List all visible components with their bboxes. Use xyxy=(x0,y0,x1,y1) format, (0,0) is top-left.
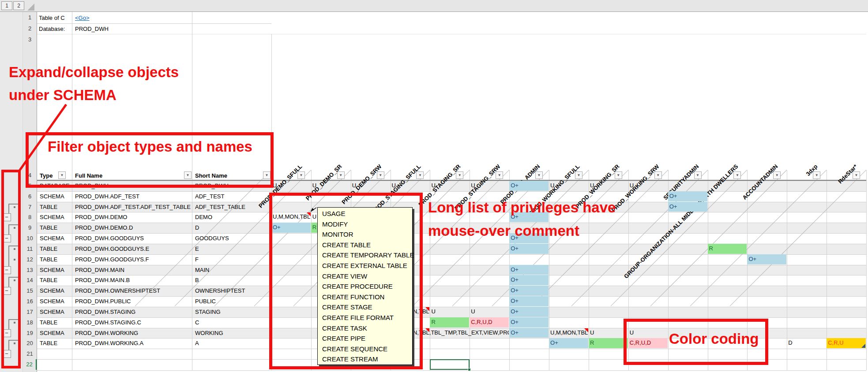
filter-dropdown-col-E[interactable]: ▼ xyxy=(337,171,345,179)
row-header-11[interactable]: 11 xyxy=(23,244,37,254)
cell-short-name-row-20[interactable]: A xyxy=(193,338,271,349)
row-header-12[interactable]: 12 xyxy=(23,254,37,265)
row-header-7[interactable]: 7 xyxy=(23,202,37,212)
cell-full-name-row-14[interactable]: PROD_DWH.MAIN.B xyxy=(73,275,192,286)
cell-b2-database-name[interactable]: PROD_DWH xyxy=(73,24,162,34)
cell-full-name-row-8[interactable]: PROD_DWH.DEMO xyxy=(73,212,192,223)
cell-short-name-row-19[interactable]: WORKING xyxy=(193,328,271,339)
outline-collapse-button-row-21[interactable]: − xyxy=(2,350,11,358)
grid-cell-I5[interactable]: U xyxy=(470,181,509,191)
filter-dropdown-col-D[interactable]: ▼ xyxy=(297,171,305,179)
outline-level-2-button[interactable]: 2 xyxy=(13,1,24,10)
row-header-13[interactable]: 13 xyxy=(23,265,37,275)
cell-short-name-row-7[interactable]: ADF_TEST_TABLE xyxy=(193,202,271,212)
go-hyperlink[interactable]: <Go> xyxy=(73,12,117,23)
filter-dropdown-col-M[interactable]: ▼ xyxy=(654,171,662,179)
cell-short-name-row-11[interactable]: E xyxy=(193,244,271,254)
filter-dropdown-col-N[interactable]: ▼ xyxy=(694,171,702,179)
grid-cell-J5[interactable]: O+ xyxy=(509,181,549,191)
grid-cell-K5[interactable]: U xyxy=(549,181,588,191)
outline-level-1-button[interactable]: 1 xyxy=(1,1,12,10)
cell-type-row-7[interactable]: TABLE xyxy=(38,202,71,212)
row-header-2[interactable]: 2 xyxy=(23,23,37,34)
grid-cell-H5[interactable]: U xyxy=(430,181,469,191)
cell-short-name-row-16[interactable]: PUBLIC xyxy=(193,296,271,307)
filter-dropdown-col-J[interactable]: ▼ xyxy=(535,171,543,179)
filter-dropdown-col-K[interactable]: ▼ xyxy=(575,171,582,179)
grid-cell-O11[interactable]: R xyxy=(708,244,747,254)
row-header-21[interactable]: 21 xyxy=(23,349,37,359)
header-short-name[interactable]: Short Name xyxy=(193,171,255,181)
grid-cell-J14[interactable]: O+ xyxy=(509,275,549,285)
row-header-20[interactable]: 20 xyxy=(23,338,37,349)
cell-type-row-14[interactable]: TABLE xyxy=(38,275,71,286)
grid-cell-K19[interactable]: U,M,MON,TBL,TE xyxy=(549,328,588,338)
row-header-22[interactable]: 22 xyxy=(23,359,37,370)
filter-dropdown-col-P[interactable]: ▼ xyxy=(773,171,781,179)
outline-collapse-button-row-19[interactable]: − xyxy=(2,329,11,337)
grid-cell-L20[interactable]: R xyxy=(589,338,628,348)
cell-type-row-17[interactable]: SCHEMA xyxy=(38,307,71,317)
grid-cell-K20[interactable]: O+ xyxy=(549,338,588,348)
grid-cell-M20[interactable]: C,R,U,D xyxy=(628,338,668,348)
cell-full-name-row-15[interactable]: PROD_DWH.OWNERSHIPTEST xyxy=(73,286,192,296)
grid-cell-G5[interactable]: U xyxy=(391,181,430,191)
filter-dropdown-short-name[interactable]: ▼ xyxy=(263,171,271,179)
cell-full-name-row-13[interactable]: PROD_DWH.MAIN xyxy=(73,265,192,275)
grid-cell-E5[interactable]: U xyxy=(311,181,350,191)
row-header-9[interactable]: 9 xyxy=(23,223,37,233)
filter-dropdown-col-Q[interactable]: ▼ xyxy=(813,171,820,179)
row-header-15[interactable]: 15 xyxy=(23,286,37,296)
selection-fill-handle[interactable] xyxy=(468,368,471,371)
cell-short-name-row-6[interactable]: ADF_TEST xyxy=(193,191,271,202)
cell-type-row-12[interactable]: TABLE xyxy=(38,254,71,265)
filter-dropdown-col-F[interactable]: ▼ xyxy=(377,171,384,179)
row-header-6[interactable]: 6 xyxy=(23,191,37,202)
cell-type-row-10[interactable]: SCHEMA xyxy=(38,233,71,244)
cell-full-name-row-10[interactable]: PROD_DWH.GOODGUYS xyxy=(73,233,192,244)
cell-a2[interactable]: Database: xyxy=(37,24,71,34)
grid-cell-J13[interactable]: O+ xyxy=(509,265,549,275)
grid-cell-J17[interactable]: O+ xyxy=(509,307,549,317)
filter-dropdown-col-O[interactable]: ▼ xyxy=(733,171,741,179)
row-header-10[interactable]: 10 xyxy=(23,233,37,244)
cell-type-row-13[interactable]: SCHEMA xyxy=(38,265,71,275)
select-all-corner-icon[interactable] xyxy=(27,4,34,11)
grid-cell-D8[interactable]: U,M,MON,TBL,TE xyxy=(271,212,311,222)
cell-full-name-row-9[interactable]: PROD_DWH.DEMO.D xyxy=(73,223,192,233)
cell-type-row-6[interactable]: SCHEMA xyxy=(38,191,71,202)
row-header-17[interactable]: 17 xyxy=(23,307,37,317)
filter-dropdown-col-R[interactable]: ▼ xyxy=(853,171,860,179)
cell-short-name-row-9[interactable]: D xyxy=(193,223,271,233)
cell-short-name-row-17[interactable]: STAGING xyxy=(193,307,271,317)
cell-type-row-15[interactable]: SCHEMA xyxy=(38,286,71,296)
cell-type-row-8[interactable]: SCHEMA xyxy=(38,212,71,223)
outline-collapse-button-row-13[interactable]: − xyxy=(2,266,11,274)
grid-cell-M5[interactable]: U xyxy=(628,181,668,191)
cell-full-name-row-18[interactable]: PROD_DWH.STAGING.C xyxy=(73,317,192,328)
grid-cell-I17[interactable]: U xyxy=(470,307,509,317)
row-header-14[interactable]: 14 xyxy=(23,275,37,286)
cell-type-row-20[interactable]: TABLE xyxy=(38,338,71,349)
cell-full-name-row-7[interactable]: PROD_DWH.ADF_TEST.ADF_TEST_TABLE xyxy=(73,202,192,212)
cell-full-name-row-6[interactable]: PROD_DWH.ADF_TEST xyxy=(73,191,192,202)
grid-cell-L5[interactable]: U xyxy=(589,181,628,191)
cell-full-name-row-11[interactable]: PROD_DWH.GOODGUYS.E xyxy=(73,244,192,254)
grid-cell-J11[interactable]: O+ xyxy=(509,244,549,254)
cell-short-name-row-14[interactable]: B xyxy=(193,275,271,286)
grid-cell-L19[interactable]: U xyxy=(589,328,628,338)
filter-dropdown-type[interactable]: ▼ xyxy=(58,171,66,179)
outline-collapse-button-row-8[interactable]: − xyxy=(2,213,11,221)
cell-full-name-row-12[interactable]: PROD_DWH.GOODGUYS.F xyxy=(73,254,192,265)
filter-dropdown-col-I[interactable]: ▼ xyxy=(496,171,503,179)
grid-cell-R20[interactable]: C,R,U xyxy=(827,338,866,348)
row-header-5[interactable]: 5 xyxy=(23,181,37,191)
cell-type-row-19[interactable]: SCHEMA xyxy=(38,328,71,339)
grid-cell-P12[interactable]: O+ xyxy=(747,254,786,264)
grid-cell-D9[interactable]: O+ xyxy=(271,223,311,233)
grid-cell-H18[interactable]: R xyxy=(430,317,469,327)
row-header-8[interactable]: 8 xyxy=(23,212,37,223)
cell-a1[interactable]: Table of C xyxy=(37,12,71,23)
cell-full-name-row-16[interactable]: PROD_DWH.PUBLIC xyxy=(73,296,192,307)
row-header-19[interactable]: 19 xyxy=(23,328,37,339)
